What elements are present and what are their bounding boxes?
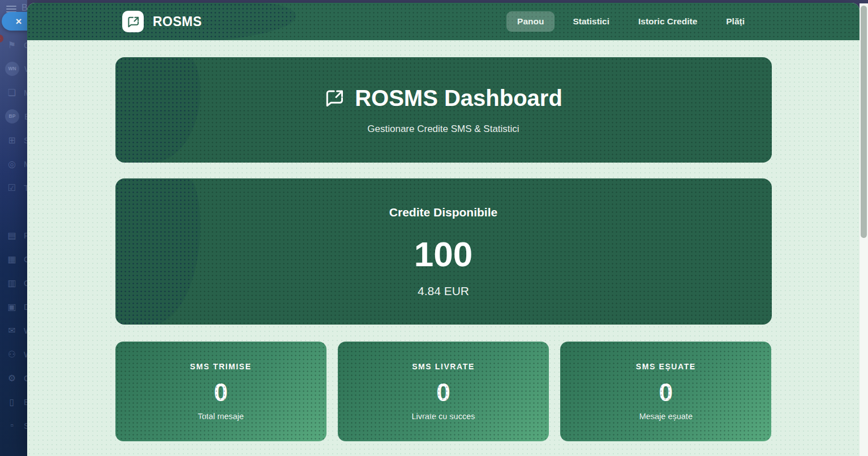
- settings-icon: ⚙: [5, 373, 19, 383]
- sidebar-item[interactable]: ▤ R: [0, 223, 27, 247]
- sidebar-menu-list: ⚑ C 98+ WN W ❏ M BP B ⊞ S ◎ M ☑ T ▤: [0, 33, 27, 437]
- stat-label: SMS EȘUATE: [636, 362, 696, 371]
- scrollbar-thumb[interactable]: [861, 6, 867, 238]
- stat-card-sms-livrate: SMS LIVRATE 0 Livrate cu succes: [338, 342, 549, 441]
- sidebar-item[interactable]: ☑ T: [0, 176, 27, 199]
- calendar-icon: ▦: [5, 254, 19, 265]
- scrollbar-track[interactable]: [860, 3, 868, 456]
- tab-statistici[interactable]: Statistici: [562, 11, 620, 32]
- chat-icon: ❏: [5, 87, 19, 98]
- stat-label: SMS TRIMISE: [190, 362, 252, 371]
- dashboard-header-card: ROSMS Dashboard Gestionare Credite SMS &…: [115, 57, 772, 163]
- sidebar-item[interactable]: ▯ B: [0, 390, 27, 414]
- brand: ROSMS: [122, 11, 202, 32]
- tab-panou[interactable]: Panou: [506, 11, 555, 32]
- document-icon: ▥: [5, 278, 19, 288]
- sidebar-item[interactable]: ⊞ S: [0, 128, 27, 152]
- sidebar-item[interactable]: ❏ M: [0, 80, 27, 104]
- stat-label: SMS LIVRATE: [412, 362, 475, 371]
- sidebar-item[interactable]: ▥ O: [0, 271, 27, 295]
- dashboard-content: ROSMS Dashboard Gestionare Credite SMS &…: [27, 40, 860, 441]
- cart-icon: ⊞: [5, 135, 19, 146]
- avatar: BP: [5, 109, 19, 123]
- sidebar-item[interactable]: ⚑ C 98+: [0, 33, 27, 57]
- unread-count-badge: 98+: [0, 35, 3, 42]
- stat-caption: Livrate cu succes: [411, 412, 475, 421]
- rosms-dashboard-window: ROSMS Panou Statistici Istoric Credite P…: [27, 3, 860, 456]
- stat-value: 0: [436, 378, 450, 407]
- page-subtitle: Gestionare Credite SMS & Statistici: [367, 123, 519, 135]
- sidebar-item[interactable]: ⚇ W: [0, 342, 27, 366]
- page-title: ROSMS Dashboard: [355, 86, 562, 111]
- credits-title: Credite Disponibile: [389, 206, 497, 219]
- flag-icon: ⚑: [5, 40, 19, 50]
- top-navbar: ROSMS Panou Statistici Istoric Credite P…: [27, 3, 860, 40]
- sidebar-item[interactable]: BP B: [0, 104, 27, 128]
- tab-istoric-credite[interactable]: Istoric Credite: [628, 11, 708, 32]
- mail-icon: ✉: [5, 325, 19, 336]
- stat-caption: Mesaje eșuate: [639, 412, 693, 421]
- stat-value: 0: [659, 378, 673, 407]
- rosms-logo-icon: [122, 11, 144, 32]
- target-icon: ◎: [5, 159, 19, 169]
- credits-value: 100: [414, 234, 472, 274]
- sidebar-item[interactable]: WN W: [0, 57, 27, 80]
- delivery-icon: ▣: [5, 301, 19, 312]
- close-modal-button[interactable]: ×: [2, 12, 27, 31]
- tab-plati[interactable]: Plăți: [715, 11, 755, 32]
- report-icon: ▤: [5, 230, 19, 241]
- nav-tabs: Panou Statistici Istoric Credite Plăți: [506, 11, 755, 32]
- credits-eur-value: 4.84 EUR: [418, 284, 469, 298]
- avatar: WN: [5, 62, 19, 76]
- stat-card-sms-esuate: SMS EȘUATE 0 Mesaje eșuate: [560, 342, 771, 441]
- tasks-icon: ☑: [5, 182, 19, 193]
- dashboard-chat-icon: [324, 88, 345, 108]
- sidebar-item[interactable]: ◎ M: [0, 152, 27, 176]
- credits-card: Credite Disponibile 100 4.84 EUR: [115, 178, 772, 325]
- brand-name: ROSMS: [153, 14, 202, 29]
- stat-value: 0: [214, 378, 227, 407]
- stat-card-sms-trimise: SMS TRIMISE 0 Total mesaje: [115, 342, 326, 441]
- misc-icon: ▫: [5, 420, 19, 431]
- stat-caption: Total mesaje: [197, 412, 243, 421]
- users-icon: ⚇: [5, 349, 19, 360]
- background-app-sidebar: B × ⚑ C 98+ WN W ❏ M BP B ⊞ S ◎ M ☑: [0, 0, 27, 456]
- sidebar-item[interactable]: ⚙ C: [0, 366, 27, 390]
- sidebar-item[interactable]: ▫ S: [0, 414, 27, 437]
- badge-card-icon: ▯: [5, 397, 19, 407]
- sidebar-item[interactable]: ▦ C: [0, 247, 27, 271]
- close-icon: ×: [15, 15, 22, 28]
- sidebar-item[interactable]: ✉ W: [0, 318, 27, 342]
- stats-row: SMS TRIMISE 0 Total mesaje SMS LIVRATE 0…: [115, 342, 772, 441]
- sidebar-item[interactable]: ▣ D: [0, 295, 27, 318]
